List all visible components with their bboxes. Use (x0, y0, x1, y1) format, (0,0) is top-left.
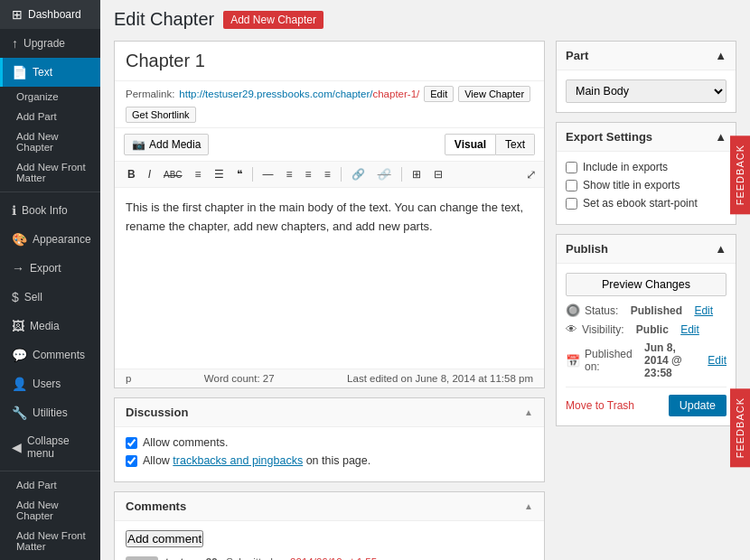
part-select[interactable]: Main Body (566, 79, 727, 103)
trackbacks-link[interactable]: trackbacks and pingbacks (173, 454, 303, 467)
permalink-bar: Permalink: http://testuser29.pressbooks.… (115, 81, 544, 128)
sidebar-sub-add-front-matter-2[interactable]: Add New Front Matter (0, 526, 100, 556)
editor-body[interactable]: This is the first chapter in the main bo… (115, 188, 544, 369)
sidebar-item-users[interactable]: 👤 Users (0, 369, 100, 398)
comment-item: 👤 testuser29 Submitted on 2014/06/10 at … (126, 556, 533, 560)
editor-title-bar: Chapter 1 (115, 42, 544, 81)
table1-button[interactable]: ⊞ (407, 165, 427, 183)
view-chapter-button[interactable]: View Chapter (458, 86, 530, 102)
chapter-title[interactable]: Chapter 1 (126, 51, 533, 71)
comments-icon: 💬 (12, 348, 27, 362)
discussion-chevron: ▲ (524, 407, 533, 417)
add-media-button[interactable]: 📷 Add Media (124, 134, 209, 155)
ol-button[interactable]: ☰ (209, 165, 230, 183)
sidebar-sub-add-new-chapter[interactable]: Add New Chapter (0, 126, 100, 157)
allow-trackbacks-checkbox[interactable] (126, 455, 137, 467)
sidebar-sub-add-front-matter[interactable]: Add New Front Matter (0, 157, 100, 188)
tab-text[interactable]: Text (496, 134, 535, 155)
publish-panel-body: Preview Changes 🔘 Status: Published Edit… (557, 264, 736, 425)
status-tag: p (126, 373, 131, 384)
comment-date-link[interactable]: 2014/06/10 at 1:55 pm (290, 556, 394, 560)
sidebar-item-export[interactable]: → Export (0, 254, 100, 283)
start-point-checkbox[interactable] (566, 198, 577, 210)
upgrade-icon: ↑ (12, 36, 18, 51)
sidebar-item-comments[interactable]: 💬 Comments (0, 341, 100, 369)
editor-text: This is the first chapter in the main bo… (126, 199, 533, 237)
sidebar-item-media[interactable]: 🖼 Media (0, 312, 100, 341)
sidebar-sub-add-part-2[interactable]: Add Part (0, 475, 100, 495)
abc-button[interactable]: ABC (158, 165, 188, 183)
bold-button[interactable]: B (122, 165, 141, 183)
toolbar-sep-2 (341, 167, 342, 182)
move-to-trash-link[interactable]: Move to Trash (566, 399, 634, 412)
permalink-base-link[interactable]: http://testuser29.pressbooks.com/chapter… (179, 89, 372, 99)
publish-panel-header[interactable]: Publish ▲ (557, 235, 736, 264)
table2-button[interactable]: ⊟ (428, 165, 448, 183)
calendar-icon: 📅 (566, 354, 580, 368)
allow-comments-row: Allow comments. (126, 436, 533, 449)
users-icon: 👤 (12, 377, 27, 391)
expand-button[interactable]: ⤢ (526, 165, 537, 183)
discussion-header[interactable]: Discussion ▲ (115, 398, 544, 427)
sidebar-item-upgrade[interactable]: ↑ Upgrade (0, 29, 100, 58)
editor-statusbar: p Word count: 27 Last edited on June 8, … (115, 369, 544, 387)
camera-icon: 📷 (132, 138, 145, 151)
add-comment-button[interactable]: Add comment (126, 530, 203, 547)
ul-button[interactable]: ≡ (190, 165, 207, 183)
media-icon: 🖼 (12, 319, 24, 333)
add-new-chapter-button[interactable]: Add New Chapter (223, 11, 323, 29)
status-edit-link[interactable]: Edit (694, 304, 713, 317)
hr-button[interactable]: — (258, 165, 279, 183)
sidebar-sub-organize[interactable]: Organize (0, 87, 100, 107)
feedback-tab-top[interactable]: FEEDBACK (730, 135, 750, 214)
show-title-checkbox[interactable] (566, 180, 577, 191)
dashboard-icon: ⊞ (12, 7, 23, 22)
include-exports-checkbox[interactable] (566, 162, 577, 173)
start-point-row: Set as ebook start-point (566, 197, 727, 210)
sidebar-item-sell[interactable]: $ Sell (0, 283, 100, 312)
sidebar: ⊞ Dashboard ↑ Upgrade 📄 Text Organize Ad… (0, 0, 100, 560)
divider-2 (0, 471, 100, 471)
align-left-button[interactable]: ≡ (281, 165, 298, 183)
align-right-button[interactable]: ≡ (319, 165, 336, 183)
link-button[interactable]: 🔗 (346, 165, 370, 183)
get-shortlink-button[interactable]: Get Shortlink (126, 107, 196, 123)
published-edit-link[interactable]: Edit (708, 354, 727, 367)
italic-button[interactable]: I (143, 165, 156, 183)
visibility-row: 👁 Visibility: Public Edit (566, 322, 727, 336)
page-title: Edit Chapter (114, 9, 214, 30)
feedback-tab-bottom[interactable]: FEEDBACK (730, 388, 750, 467)
comments-section: Comments ▲ Add comment 👤 testuser29 Subm… (114, 491, 545, 560)
unlink-button[interactable]: 🔗 (372, 165, 397, 183)
sidebar-item-dashboard[interactable]: ⊞ Dashboard (0, 0, 100, 29)
sidebar-item-book-info[interactable]: ℹ Book Info (0, 196, 100, 225)
part-panel: Part ▲ Main Body (556, 41, 736, 113)
visibility-edit-link[interactable]: Edit (680, 323, 699, 336)
sidebar-item-collapse[interactable]: ◀ Collapse menu (0, 427, 100, 467)
toolbar-sep-1 (252, 167, 253, 182)
export-settings-header[interactable]: Export Settings ▲ (557, 123, 736, 152)
update-button[interactable]: Update (669, 395, 727, 416)
blockquote-button[interactable]: ❝ (231, 165, 248, 183)
sidebar-item-appearance[interactable]: 🎨 Appearance (0, 225, 100, 254)
page-title-bar: Edit Chapter Add New Chapter (114, 9, 736, 30)
permalink-base: http://testuser29.pressbooks.com/chapter… (179, 89, 419, 99)
export-settings-chevron: ▲ (715, 130, 727, 144)
preview-changes-button[interactable]: Preview Changes (566, 273, 727, 296)
divider-1 (0, 191, 100, 192)
part-panel-body: Main Body (557, 70, 736, 112)
align-center-button[interactable]: ≡ (300, 165, 317, 183)
sidebar-sub-add-part[interactable]: Add Part (0, 107, 100, 126)
allow-comments-checkbox[interactable] (126, 437, 137, 449)
comments-header[interactable]: Comments ▲ (115, 492, 544, 521)
sidebar-item-utilities[interactable]: 🔧 Utilities (0, 398, 100, 427)
permalink-edit-button[interactable]: Edit (424, 86, 454, 102)
part-panel-header[interactable]: Part ▲ (557, 42, 736, 70)
tab-visual[interactable]: Visual (445, 134, 496, 155)
sidebar-item-text[interactable]: 📄 Text (0, 58, 100, 87)
editor-tab-group: Visual Text (445, 134, 535, 155)
permalink-slug-link[interactable]: chapter-1/ (372, 89, 419, 99)
publish-panel: Publish ▲ Preview Changes 🔘 Status: Publ… (556, 234, 736, 426)
allow-trackbacks-row: Allow trackbacks and pingbacks on this p… (126, 454, 533, 467)
sidebar-sub-add-new-chapter-2[interactable]: Add New Chapter (0, 495, 100, 526)
